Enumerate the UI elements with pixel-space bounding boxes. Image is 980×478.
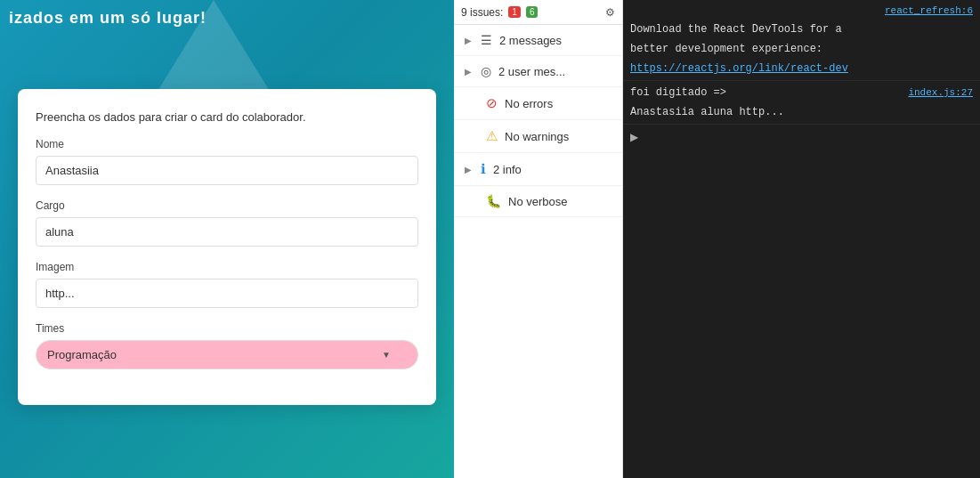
label-imagem: Imagem (36, 261, 418, 273)
console-entry-row-2: foi digitado => index.js:27 (623, 85, 980, 101)
form-card-title: Preencha os dados para criar o card do c… (36, 110, 418, 124)
line-ref-1[interactable]: react_refresh:6 (885, 5, 973, 16)
expand-arrow-info: ▶ (465, 165, 472, 174)
console-download-text: Download the React DevTools for a (630, 23, 842, 36)
right-panel: react_refresh:6 Download the React DevTo… (623, 0, 980, 478)
console-foi-text: foi digitado => (630, 86, 733, 99)
label-nome: Nome (36, 138, 418, 150)
form-group-imagem: Imagem (36, 261, 418, 308)
issues-header: 9 issues: 1 6 ⚙ (454, 0, 622, 25)
warning-icon: ⚠ (486, 128, 498, 144)
filter-item-info[interactable]: ▶ ℹ 2 info (454, 153, 622, 186)
filter-item-user-messages[interactable]: ▶ ◎ 2 user mes... (454, 56, 622, 87)
form-group-cargo: Cargo (36, 199, 418, 247)
console-entry-2: foi digitado => index.js:27 Anastasiia a… (623, 81, 980, 125)
filter-item-verbose[interactable]: 🐛 No verbose (454, 186, 622, 217)
chevron-down-icon: ▼ (382, 350, 391, 360)
filter-item-warnings[interactable]: ⚠ No warnings (454, 120, 622, 153)
hero-text: izados em um só lugar! (9, 9, 207, 28)
console-entry-1: react_refresh:6 Download the React DevTo… (623, 0, 980, 81)
form-card: Preencha os dados para criar o card do c… (18, 89, 436, 405)
list-icon: ☰ (481, 33, 492, 47)
line-ref-2[interactable]: index.js:27 (908, 87, 973, 98)
filter-label-messages: 2 messages (499, 34, 562, 47)
filter-label-info: 2 info (493, 163, 522, 176)
select-times-value: Programação (47, 348, 117, 361)
input-nome[interactable] (36, 156, 418, 185)
expand-arrow-user-messages: ▶ (465, 67, 472, 77)
console-link-text[interactable]: https://reactjs.org/link/react-dev (630, 62, 848, 75)
badge-green: 6 (526, 6, 539, 18)
user-icon: ◎ (481, 64, 491, 78)
info-icon: ℹ (481, 161, 486, 177)
middle-panel: 9 issues: 1 6 ⚙ ▶ ☰ 2 messages ▶ ◎ 2 use… (454, 0, 623, 478)
issues-count: 9 issues: (461, 6, 503, 19)
console-entry-row-1: react_refresh:6 (623, 4, 980, 18)
form-group-nome: Nome (36, 138, 418, 185)
console-download-line: Download the React DevTools for a (623, 18, 980, 37)
filter-label-user-messages: 2 user mes... (498, 65, 565, 78)
form-group-times: Times Programação ▼ (36, 322, 418, 369)
filter-item-errors[interactable]: ⊘ No errors (454, 87, 622, 120)
console-better-text: better development experience: (630, 43, 822, 55)
console-better-line: better development experience: (623, 37, 980, 57)
label-cargo: Cargo (36, 199, 418, 212)
filter-label-warnings: No warnings (505, 130, 569, 143)
console-aluna-line: Anastasiia aluna http... (623, 101, 980, 120)
input-cargo[interactable] (36, 217, 418, 247)
console-link-line: https://reactjs.org/link/react-dev (623, 57, 980, 77)
console-aluna-text: Anastasiia aluna http... (630, 106, 784, 118)
settings-icon[interactable]: ⚙ (605, 6, 615, 19)
console-expand-arrow[interactable]: ▶ (623, 125, 980, 148)
label-times: Times (36, 322, 418, 335)
verbose-icon: 🐛 (486, 194, 501, 208)
expand-arrow-messages: ▶ (465, 36, 472, 45)
left-panel: izados em um só lugar! Preencha os dados… (0, 0, 454, 478)
select-times[interactable]: Programação ▼ (36, 340, 418, 369)
input-imagem[interactable] (36, 279, 418, 308)
select-wrapper-times: Programação ▼ (36, 340, 418, 369)
error-icon: ⊘ (486, 95, 498, 111)
badge-red: 1 (508, 6, 521, 18)
filter-label-errors: No errors (505, 97, 553, 110)
filter-label-verbose: No verbose (508, 195, 567, 208)
chevron-right-icon: ▶ (630, 131, 638, 143)
filter-item-messages[interactable]: ▶ ☰ 2 messages (454, 25, 622, 56)
